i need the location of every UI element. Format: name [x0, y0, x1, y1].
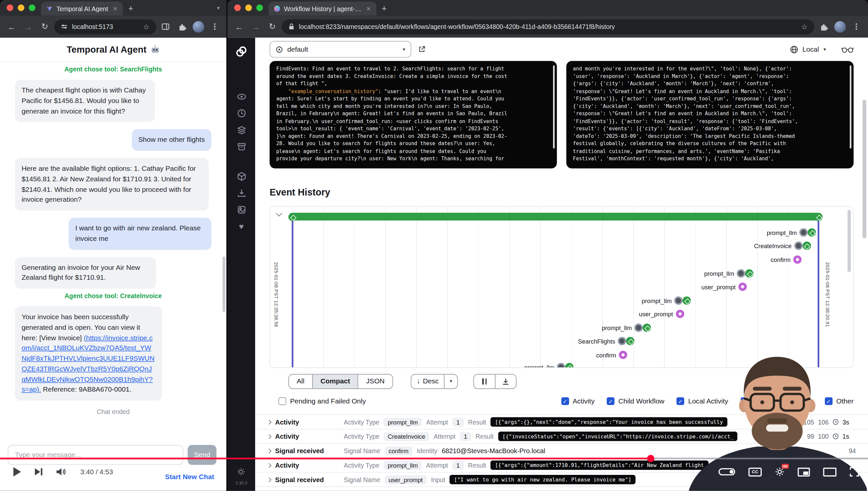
checkbox-unchecked[interactable]	[278, 397, 286, 405]
lock-icon[interactable]	[288, 23, 294, 30]
pause-button[interactable]	[474, 374, 495, 388]
checkbox-checked[interactable]: ✓	[740, 397, 748, 405]
timeline-event[interactable]: user_prompt	[701, 283, 747, 291]
timeline-event[interactable]: CreateInvoice	[754, 241, 811, 250]
minimize-window-button[interactable]	[18, 4, 24, 11]
checkbox-checked[interactable]: ✓	[677, 397, 685, 405]
pending-failed-filter[interactable]: Pending and Failed Only	[278, 397, 366, 405]
collapse-chevron-icon[interactable]	[276, 210, 282, 216]
expand-chevron-icon[interactable]	[267, 463, 271, 467]
fullscreen-icon[interactable]	[849, 467, 859, 476]
send-button[interactable]: Send	[188, 445, 217, 465]
feedback-heart-icon[interactable]: ♥	[239, 222, 244, 231]
extensions-puzzle-icon[interactable]	[175, 22, 189, 31]
tab-all[interactable]: All	[289, 374, 312, 388]
download-history-button[interactable]	[495, 374, 516, 388]
settings-button[interactable]: HD	[775, 467, 784, 476]
timeline-event[interactable]: SearchFlights	[578, 337, 634, 345]
video-progress-bar[interactable]	[0, 458, 868, 459]
deployments-icon[interactable]	[237, 172, 246, 181]
timeline-event[interactable]: prompt_llm	[704, 269, 754, 278]
profile-avatar[interactable]	[834, 21, 846, 32]
timeline-event[interactable]: user_prompt	[639, 310, 684, 318]
labs-icon[interactable]	[237, 205, 246, 214]
glasses-icon[interactable]	[841, 46, 854, 53]
extensions-puzzle-icon[interactable]	[816, 22, 831, 31]
reload-button[interactable]: ↻	[37, 22, 52, 32]
subtitles-button[interactable]: CC	[748, 467, 762, 476]
tab-search-chevron-icon[interactable]: ▾	[217, 5, 220, 11]
volume-icon[interactable]	[57, 468, 67, 476]
tab-compact[interactable]: Compact	[312, 374, 358, 388]
theme-toggle-sun-icon[interactable]	[237, 468, 245, 476]
checkbox-checked[interactable]: ✓	[783, 397, 792, 405]
chat-scrollbar[interactable]	[223, 257, 225, 312]
tab-close-icon[interactable]: ×	[367, 4, 371, 12]
timeline-event[interactable]: prompt_llm	[524, 363, 574, 368]
filter-timer[interactable]: ✓Timer	[783, 397, 812, 405]
tab-workflow-history[interactable]: Workflow History | agent-wor ×	[269, 2, 376, 16]
forward-button[interactable]: →	[21, 22, 35, 32]
external-link-icon[interactable]	[418, 46, 426, 53]
address-bar[interactable]: localhost:8233/namespaces/default/workfl…	[282, 19, 814, 34]
result-payload-panel[interactable]: and month you're interested in for the e…	[566, 61, 854, 169]
timeline-event[interactable]: prompt_llm	[767, 228, 816, 237]
new-tab-button[interactable]: +	[382, 3, 386, 12]
sort-order-button[interactable]: ↓Desc ▾	[411, 374, 458, 389]
timeline-scrollbar[interactable]	[848, 210, 851, 272]
bookmark-star-icon[interactable]: ☆	[801, 22, 808, 31]
expand-chevron-icon[interactable]	[267, 420, 271, 424]
checkbox-checked[interactable]: ✓	[825, 397, 833, 405]
tab-temporal-ai-agent[interactable]: Temporal AI Agent ×	[41, 2, 123, 16]
checkbox-checked[interactable]: ✓	[561, 397, 569, 405]
workflow-end-marker[interactable]	[814, 213, 823, 221]
panel-scrollbar[interactable]	[849, 65, 851, 149]
autoplay-toggle[interactable]	[718, 468, 735, 475]
stack-icon[interactable]	[237, 125, 246, 135]
table-row[interactable]: Signal received Signal Name confirm Iden…	[255, 444, 868, 458]
close-window-button[interactable]	[7, 4, 13, 11]
workflows-icon[interactable]	[237, 92, 246, 102]
menu-kebab-icon[interactable]	[208, 23, 222, 31]
next-icon[interactable]	[35, 468, 43, 476]
import-icon[interactable]	[237, 188, 246, 198]
filter-other[interactable]: ✓Other	[825, 397, 854, 405]
expand-chevron-icon[interactable]	[267, 477, 271, 482]
forward-button[interactable]: →	[249, 22, 263, 32]
site-settings-icon[interactable]	[61, 23, 67, 30]
maximize-window-button[interactable]	[29, 4, 35, 11]
progress-scrubber[interactable]	[647, 455, 654, 462]
tab-json[interactable]: JSON	[358, 374, 392, 388]
workflow-span-bar[interactable]	[292, 213, 819, 221]
reload-button[interactable]: ↻	[265, 22, 279, 32]
timeline-event[interactable]: confirm	[771, 255, 802, 264]
region-cluster[interactable]: Local ▾	[790, 45, 854, 53]
filter-activity[interactable]: ✓Activity	[561, 397, 594, 405]
timeline-panel[interactable]: 2025-01-08 PST 12:35:38.56 2025-01-08 PS…	[270, 206, 854, 368]
menu-kebab-icon[interactable]	[849, 23, 864, 31]
start-new-chat-link[interactable]: Start New Chat	[165, 473, 214, 481]
invoice-link[interactable]: (https://invoice.stripe.com/i/acct_1NBOL…	[22, 334, 155, 393]
back-button[interactable]: ←	[232, 22, 246, 32]
side-panel-icon[interactable]	[158, 22, 173, 31]
namespace-select[interactable]: default ▾	[270, 41, 411, 58]
close-window-button[interactable]	[234, 4, 241, 11]
theater-mode-button[interactable]	[823, 467, 836, 476]
bookmark-star-icon[interactable]: ☆	[143, 22, 150, 31]
miniplayer-button[interactable]	[798, 467, 810, 476]
filter-signal[interactable]: ✓Signal	[740, 397, 771, 405]
new-tab-button[interactable]: +	[129, 3, 133, 12]
back-button[interactable]: ←	[4, 22, 19, 32]
play-icon[interactable]	[13, 467, 21, 476]
address-bar[interactable]: localhost:5173 ☆	[54, 19, 156, 34]
panel-scrollbar[interactable]	[553, 65, 555, 149]
table-row[interactable]: Activity Activity Type prompt_llm Attemp…	[255, 415, 868, 430]
table-row[interactable]: Activity Activity Type CreateInvoice Att…	[255, 430, 868, 444]
archive-icon[interactable]	[237, 142, 246, 151]
message-list[interactable]: Agent chose tool: SearchFlights The chea…	[0, 62, 226, 434]
temporal-logo-icon[interactable]	[236, 46, 248, 58]
expand-chevron-icon[interactable]	[267, 449, 271, 453]
filter-local-activity[interactable]: ✓Local Activity	[677, 397, 728, 405]
page-scrollbar[interactable]	[862, 100, 866, 238]
workflow-start-marker[interactable]	[288, 213, 297, 221]
